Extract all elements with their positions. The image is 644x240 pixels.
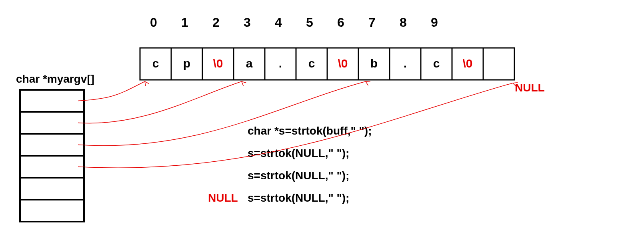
buffer-cell-2: \0: [206, 57, 230, 70]
svg-line-18: [145, 81, 146, 86]
buffer-cell-8: .: [393, 57, 417, 70]
buffer-cell-6: \0: [331, 57, 355, 70]
buffer-index-1: 1: [173, 15, 197, 30]
svg-line-23: [366, 81, 370, 82]
buffer-index-9: 9: [422, 15, 446, 30]
diagram-root: { "title": "char *myargv[]", "indices": …: [0, 0, 644, 240]
buffer-index-2: 2: [204, 15, 228, 30]
buffer-cell-4: .: [268, 57, 292, 70]
code-line-4-prefix: NULL: [208, 192, 238, 204]
buffer-index-8: 8: [391, 15, 415, 30]
svg-line-20: [242, 81, 243, 86]
code-line-1: char *s=strtok(buff," ");: [248, 125, 372, 137]
buffer-cell-3: a: [237, 57, 261, 70]
buffer-index-6: 6: [329, 15, 353, 30]
code-line-3: s=strtok(NULL," ");: [248, 169, 349, 182]
myargv-label: char *myargv[]: [16, 73, 94, 85]
buffer-index-5: 5: [298, 15, 322, 30]
svg-line-21: [242, 81, 246, 83]
svg-rect-12: [20, 90, 84, 222]
buffer-cell-5: c: [300, 57, 324, 70]
buffer-cell-7: b: [362, 57, 386, 70]
code-line-4: s=strtok(NULL," ");: [248, 192, 349, 204]
buffer-cell-0: c: [144, 57, 168, 70]
buffer-cell-9: c: [424, 57, 448, 70]
buffer-cell-10: \0: [456, 57, 480, 70]
buffer-index-0: 0: [142, 15, 166, 30]
null-pointer-label: NULL: [515, 81, 545, 94]
code-line-2: s=strtok(NULL," ");: [248, 147, 349, 160]
svg-line-19: [145, 81, 149, 84]
buffer-index-3: 3: [235, 15, 259, 30]
buffer-cell-1: p: [175, 57, 199, 70]
buffer-index-7: 7: [360, 15, 384, 30]
svg-line-22: [366, 81, 368, 85]
buffer-index-4: 4: [266, 15, 290, 30]
